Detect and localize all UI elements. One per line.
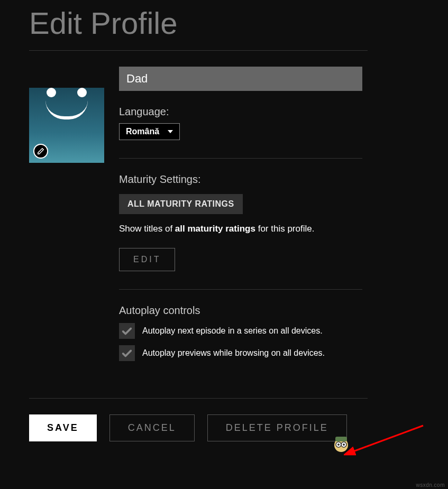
autoplay-label: Autoplay controls <box>119 305 362 317</box>
cancel-button[interactable]: CANCEL <box>109 414 195 441</box>
divider <box>119 158 362 159</box>
save-button[interactable]: SAVE <box>29 414 97 441</box>
avatar[interactable] <box>29 88 104 163</box>
divider <box>29 50 368 51</box>
maturity-desc-prefix: Show titles of <box>119 224 175 234</box>
avatar-smile <box>45 100 88 119</box>
profile-name-input[interactable] <box>119 67 362 91</box>
language-label: Language: <box>119 106 362 118</box>
chevron-down-icon <box>168 130 173 133</box>
maturity-desc-suffix: for this profile. <box>255 224 315 234</box>
divider <box>119 289 362 290</box>
divider <box>29 398 368 399</box>
check-icon <box>121 325 133 337</box>
action-button-row: SAVE CANCEL DELETE PROFILE <box>0 414 448 452</box>
page-title: Edit Profile <box>29 5 419 41</box>
maturity-label: Maturity Settings: <box>119 173 362 186</box>
autoplay-previews-label: Autoplay previews while browsing on all … <box>142 348 325 358</box>
delete-profile-button[interactable]: DELETE PROFILE <box>207 414 347 441</box>
edit-avatar-button[interactable] <box>33 144 48 159</box>
maturity-rating-pill: ALL MATURITY RATINGS <box>119 194 243 214</box>
autoplay-previews-checkbox[interactable] <box>119 345 135 361</box>
autoplay-next-episode-checkbox[interactable] <box>119 323 135 339</box>
maturity-description: Show titles of all maturity ratings for … <box>119 224 362 234</box>
check-icon <box>121 347 133 359</box>
avatar-eye-left <box>47 88 56 97</box>
autoplay-next-episode-label: Autoplay next episode in a series on all… <box>142 326 323 336</box>
avatar-face-eyes <box>47 88 87 97</box>
avatar-eye-right <box>77 88 87 97</box>
language-dropdown[interactable]: Română <box>119 123 180 140</box>
pencil-icon <box>37 147 44 155</box>
maturity-desc-bold: all maturity ratings <box>175 224 255 234</box>
watermark: wsxdn.com <box>416 482 445 488</box>
language-selected: Română <box>126 127 159 136</box>
edit-maturity-button[interactable]: EDIT <box>119 248 175 271</box>
